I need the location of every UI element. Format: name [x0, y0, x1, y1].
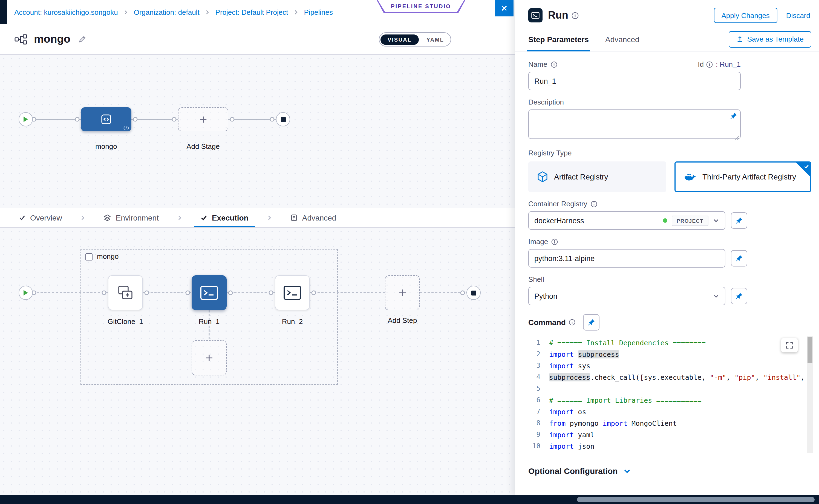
step-id: Id : Run_1 [698, 60, 741, 68]
execution-canvas[interactable]: mongo GitClone_1 Run_1 Run_2 Add [0, 228, 515, 495]
pipeline-title: mongo [34, 33, 70, 45]
description-textarea[interactable] [528, 109, 741, 139]
step-label-run-1: Run_1 [174, 317, 244, 326]
code-line[interactable]: 4subprocess.check_call([sys.executable, … [528, 372, 813, 383]
stage-node-label: mongo [81, 142, 131, 150]
shell-select[interactable]: Python [528, 287, 725, 305]
step-node-run-1[interactable] [192, 275, 227, 310]
close-panel-button[interactable] [495, 0, 514, 16]
code-line[interactable]: 1# ====== Install Dependencies ======== [528, 337, 813, 349]
code-line[interactable]: 3import sys [528, 360, 813, 372]
breadcrumb-pipelines-link[interactable]: Pipelines [304, 8, 333, 16]
code-line[interactable]: 8from pymongo import MongoClient [528, 418, 813, 429]
add-parallel-step-node[interactable] [192, 340, 227, 375]
pipeline-studio-badge-label: PIPELINE STUDIO [391, 3, 451, 9]
add-stage-node[interactable] [178, 107, 228, 131]
pipeline-studio: Account: kurosakiichigo.songoku Organiza… [0, 0, 515, 495]
stage-icon [100, 113, 113, 126]
pipeline-end-node[interactable] [276, 112, 290, 126]
pin-container-registry-button[interactable] [731, 212, 747, 229]
apply-changes-button[interactable]: Apply Changes [714, 8, 777, 23]
stop-icon [471, 290, 476, 295]
code-line[interactable]: 2import subprocess [528, 349, 813, 360]
image-input[interactable]: python:3.11-alpine [528, 249, 725, 268]
git-clone-icon [116, 284, 135, 302]
breadcrumb-separator-icon [123, 9, 129, 15]
code-line[interactable]: 7import os [528, 406, 813, 418]
breadcrumb-org-link[interactable]: Organization: default [134, 8, 199, 16]
app-window: Account: kurosakiichigo.songoku Organiza… [0, 0, 819, 504]
pin-shell-button[interactable] [731, 288, 747, 304]
tab-execution[interactable]: Execution [196, 208, 253, 227]
expand-editor-button[interactable] [781, 338, 798, 352]
tab-overview[interactable]: Overview [14, 208, 66, 227]
stage-canvas[interactable]: mongo Add Stage [0, 55, 515, 208]
info-icon[interactable] [572, 12, 579, 19]
tab-advanced-panel[interactable]: Advanced [605, 27, 640, 51]
editor-scrollbar[interactable] [807, 336, 813, 453]
breadcrumb-separator-icon [204, 9, 210, 15]
bottom-scrollbar[interactable] [0, 495, 819, 504]
tab-separator-icon [80, 208, 86, 227]
plus-icon [398, 288, 407, 297]
code-line[interactable]: 9import yaml [528, 429, 813, 441]
advanced-icon [290, 214, 298, 221]
pipeline-start-node[interactable] [19, 112, 33, 126]
pin-description-button[interactable] [730, 112, 737, 120]
optional-configuration-toggle[interactable]: Optional Configuration [528, 466, 811, 476]
selected-check-icon [804, 164, 809, 169]
editor-scrollbar-thumb[interactable] [808, 337, 812, 363]
info-icon[interactable] [569, 319, 576, 326]
tab-environment[interactable]: Environment [99, 208, 163, 227]
breadcrumb-account-link[interactable]: Account: kurosakiichigo.songoku [14, 8, 118, 16]
tab-advanced[interactable]: Advanced [286, 208, 341, 227]
add-step-node[interactable] [385, 275, 420, 310]
step-node-run-2[interactable] [275, 275, 310, 310]
pipeline-icon [14, 34, 27, 45]
check-icon [200, 214, 207, 221]
name-row: Name Id : Run_1 [528, 60, 741, 68]
line-number: 5 [528, 383, 549, 395]
code-line[interactable]: 5 [528, 383, 813, 395]
toggle-visual[interactable]: VISUAL [380, 34, 419, 45]
execution-end-node[interactable] [467, 286, 481, 300]
pipeline-studio-badge: PIPELINE STUDIO [376, 0, 465, 13]
tab-step-parameters[interactable]: Step Parameters [528, 27, 589, 51]
resize-grip-icon[interactable] [735, 135, 740, 140]
toggle-yaml[interactable]: YAML [420, 34, 451, 45]
code-line[interactable]: 10import json [528, 441, 813, 452]
terminal-icon [199, 285, 219, 301]
third-party-registry-option[interactable]: Third-Party Artifact Registry [675, 161, 811, 192]
breadcrumb-project-link[interactable]: Project: Default Project [215, 8, 288, 16]
tab-label: Overview [30, 213, 62, 222]
plus-icon [199, 115, 207, 123]
collapse-group-button[interactable] [85, 253, 92, 260]
info-icon[interactable] [707, 61, 713, 68]
save-as-template-button[interactable]: Save as Template [729, 31, 811, 47]
description-label: Description [528, 98, 811, 106]
execution-start-node[interactable] [19, 286, 33, 300]
artifact-registry-option[interactable]: Artifact Registry [528, 161, 666, 192]
panel-tab-bar: Step Parameters Advanced Save as Templat… [515, 27, 819, 51]
info-icon[interactable] [551, 238, 558, 245]
pin-image-button[interactable] [731, 250, 747, 267]
step-node-gitclone-1[interactable] [108, 275, 143, 310]
info-icon[interactable] [591, 201, 597, 207]
edit-pipeline-button[interactable] [78, 35, 86, 43]
tab-separator-icon [176, 208, 183, 227]
discard-button[interactable]: Discard [786, 11, 810, 19]
group-label: mongo [97, 252, 119, 260]
top-bar: Account: kurosakiichigo.songoku Organiza… [0, 0, 515, 24]
horizontal-scrollbar-thumb[interactable] [577, 497, 815, 502]
name-input[interactable] [528, 72, 741, 90]
container-registry-select[interactable]: dockerHarness PROJECT [528, 211, 725, 230]
info-icon[interactable] [551, 61, 557, 68]
command-editor[interactable]: 1# ====== Install Dependencies ========2… [528, 336, 813, 453]
code-line[interactable]: 6# ====== Import Libraries =========== [528, 395, 813, 406]
name-label: Name [528, 60, 557, 68]
add-step-label: Add Step [367, 316, 438, 325]
save-as-template-label: Save as Template [747, 35, 804, 43]
close-icon [501, 5, 508, 11]
pin-command-button[interactable] [583, 314, 600, 331]
stage-node-mongo[interactable] [81, 107, 131, 131]
